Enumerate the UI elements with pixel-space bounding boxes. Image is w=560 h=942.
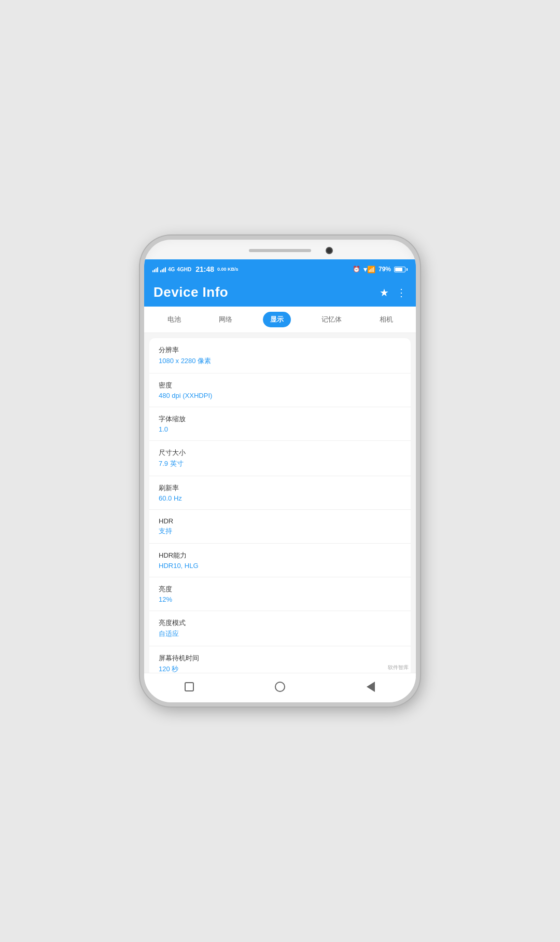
status-right: ⏰ ▾📶 79%: [353, 266, 408, 273]
info-label-density: 密度: [159, 381, 401, 390]
info-label-fontscale: 字体缩放: [159, 414, 401, 424]
app-title: Device Info: [153, 284, 228, 300]
status-bar: 4G 4GHD 21:48 0.00 KB/s ⏰ ▾📶 79%: [144, 259, 416, 278]
info-label-hdr: HDR: [159, 517, 401, 525]
battery-icon: [394, 267, 408, 272]
data-speed: 0.00 KB/s: [217, 267, 239, 272]
info-value-resolution: 1080 x 2280 像素: [159, 356, 401, 366]
list-item: HDR能力 HDR10, HLG: [149, 544, 411, 577]
info-label-hdr-cap: HDR能力: [159, 551, 401, 560]
list-item: 密度 480 dpi (XXHDPI): [149, 373, 411, 407]
info-label-resolution: 分辨率: [159, 345, 401, 355]
list-item: 字体缩放 1.0: [149, 407, 411, 441]
alarm-icon: ⏰: [353, 266, 360, 273]
list-item: 屏幕待机时间 120 秒: [149, 646, 411, 673]
back-icon: [367, 682, 375, 692]
info-value-density: 480 dpi (XXHDPI): [159, 392, 401, 399]
tab-battery[interactable]: 电池: [160, 312, 188, 327]
battery-percent: 79%: [379, 266, 391, 273]
app-header: Device Info ★ ⋮: [144, 278, 416, 307]
list-item: 亮度模式 自适应: [149, 611, 411, 646]
info-value-brightness: 12%: [159, 595, 401, 603]
info-value-fontscale: 1.0: [159, 425, 401, 433]
info-value-hdr-cap: HDR10, HLG: [159, 562, 401, 570]
tab-display[interactable]: 显示: [263, 312, 291, 327]
volume-button: [418, 343, 420, 375]
network-type: 4G: [168, 267, 175, 272]
list-item: 刷新率 60.0 Hz: [149, 476, 411, 510]
tab-bar: 电池 网络 显示 记忆体 相机: [144, 307, 416, 333]
signal-icon: [152, 266, 158, 272]
info-value-refresh: 60.0 Hz: [159, 494, 401, 502]
info-value-brightness-mode: 自适应: [159, 629, 401, 639]
watermark: 软件智库: [388, 664, 409, 671]
list-item: HDR 支持: [149, 510, 411, 544]
wifi-icon: ▾📶: [363, 266, 375, 273]
info-label-brightness: 亮度: [159, 585, 401, 594]
star-button[interactable]: ★: [380, 286, 389, 299]
list-item: 分辨率 1080 x 2280 像素: [149, 338, 411, 373]
info-value-size: 7.9 英寸: [159, 459, 401, 468]
info-card: 分辨率 1080 x 2280 像素 密度 480 dpi (XXHDPI) 字…: [149, 338, 411, 673]
more-button[interactable]: ⋮: [396, 286, 407, 299]
nav-back-button[interactable]: [365, 681, 377, 693]
info-value-hdr: 支持: [159, 527, 401, 536]
info-label-brightness-mode: 亮度模式: [159, 618, 401, 628]
info-value-sleep: 120 秒: [159, 664, 401, 673]
list-item: 亮度 12%: [149, 577, 411, 611]
phone-frame: 4G 4GHD 21:48 0.00 KB/s ⏰ ▾📶 79% Device …: [140, 236, 420, 706]
tab-memory[interactable]: 记忆体: [314, 312, 349, 327]
home-icon: [275, 682, 285, 692]
nav-home-button[interactable]: [274, 681, 286, 693]
tab-camera[interactable]: 相机: [372, 312, 400, 327]
info-label-refresh: 刷新率: [159, 483, 401, 493]
status-left: 4G 4GHD 21:48 0.00 KB/s: [152, 265, 238, 273]
nav-recent-button[interactable]: [183, 681, 195, 693]
info-label-size: 尺寸大小: [159, 448, 401, 458]
network-type-2: 4GHD: [177, 267, 191, 272]
recent-apps-icon: [185, 682, 194, 691]
content-area: 分辨率 1080 x 2280 像素 密度 480 dpi (XXHDPI) 字…: [144, 333, 416, 673]
info-label-sleep: 屏幕待机时间: [159, 654, 401, 663]
bottom-nav: [144, 673, 416, 702]
time: 21:48: [195, 265, 214, 273]
signal-icon-2: [160, 266, 166, 272]
camera: [326, 247, 333, 254]
list-item: 尺寸大小 7.9 英寸: [149, 441, 411, 476]
tab-network[interactable]: 网络: [212, 312, 240, 327]
header-actions: ★ ⋮: [380, 286, 407, 299]
